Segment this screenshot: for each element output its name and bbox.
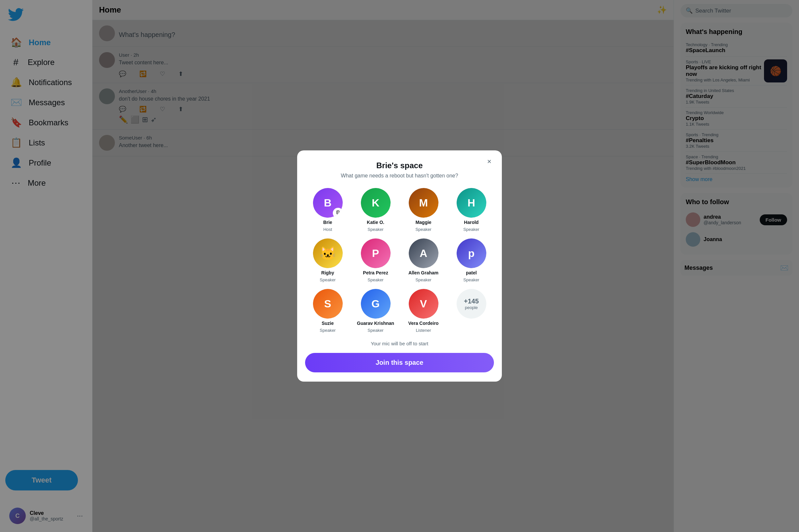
- modal-overlay[interactable]: × Brie's space What game needs a reboot …: [0, 0, 799, 532]
- avatar-inner: V: [409, 289, 438, 319]
- speaker-item-rigby[interactable]: 🐱 Rigby Speaker: [305, 239, 350, 282]
- speaker-item-allen[interactable]: A Allen Graham Speaker: [401, 239, 446, 282]
- speaker-item-suzie[interactable]: S Suzie Speaker: [305, 289, 350, 333]
- speaker-avatar-patel: p: [457, 239, 486, 268]
- avatar-inner: M: [409, 188, 438, 218]
- avatar-inner: G: [361, 289, 391, 319]
- speakers-grid: B Brie Host K Katie O. Speaker M Maggie …: [305, 188, 494, 333]
- speaker-name: Katie O.: [367, 220, 384, 225]
- avatar-inner: P: [361, 239, 391, 268]
- more-label: people: [465, 305, 478, 310]
- modal-subtitle: What game needs a reboot but hasn't gott…: [305, 173, 494, 179]
- speaker-item-brie[interactable]: B Brie Host: [305, 188, 350, 232]
- modal-title: Brie's space: [305, 161, 494, 170]
- speaker-item-more[interactable]: +145 people: [449, 289, 494, 333]
- speaker-role: Speaker: [367, 278, 383, 282]
- avatar-inner: B: [313, 188, 343, 218]
- avatar-inner: 🐱: [313, 239, 343, 268]
- avatar-inner: H: [457, 188, 486, 218]
- speaker-avatar-harold: H: [457, 188, 486, 218]
- speaker-name: patel: [466, 270, 477, 276]
- speaker-item-petra[interactable]: P Petra Perez Speaker: [353, 239, 398, 282]
- speaker-name: Petra Perez: [363, 270, 388, 276]
- speaker-name: Allen Graham: [408, 270, 438, 276]
- speaker-item-guarav[interactable]: G Guarav Krishnan Speaker: [353, 289, 398, 333]
- speaker-role: Speaker: [415, 278, 431, 282]
- speaker-role: Host: [323, 227, 332, 232]
- spaces-modal: × Brie's space What game needs a reboot …: [297, 150, 502, 382]
- speaker-role: Speaker: [463, 278, 479, 282]
- speaker-avatar-rigby: 🐱: [313, 239, 343, 268]
- speaker-name: Vera Cordeiro: [408, 321, 439, 326]
- speaker-role: Speaker: [320, 278, 335, 282]
- speaker-avatar-suzie: S: [313, 289, 343, 319]
- speaker-avatar-katie: K: [361, 188, 391, 218]
- speaker-item-maggie[interactable]: M Maggie Speaker: [401, 188, 446, 232]
- speaker-name: Guarav Krishnan: [357, 321, 394, 326]
- close-button[interactable]: ×: [483, 156, 495, 168]
- speaker-name: Suzie: [322, 321, 334, 326]
- speaker-name: Rigby: [321, 270, 334, 276]
- speaker-item-harold[interactable]: H Harold Speaker: [449, 188, 494, 232]
- speaker-avatar-brie: B: [313, 188, 343, 218]
- close-icon: ×: [487, 157, 492, 166]
- speaker-role: Speaker: [415, 227, 431, 232]
- speaker-role: Listener: [416, 328, 431, 333]
- speaker-avatar-allen: A: [409, 239, 438, 268]
- speaker-item-vera[interactable]: V Vera Cordeiro Listener: [401, 289, 446, 333]
- speaker-role: Speaker: [320, 328, 335, 333]
- more-people-bubble: +145 people: [457, 289, 486, 319]
- mic-note: Your mic will be off to start: [305, 341, 494, 346]
- speaker-role: Speaker: [463, 227, 479, 232]
- avatar-inner: p: [457, 239, 486, 268]
- speaker-avatar-guarav: G: [361, 289, 391, 319]
- avatar-inner: S: [313, 289, 343, 319]
- speaker-role: Speaker: [367, 227, 383, 232]
- join-space-button[interactable]: Join this space: [305, 353, 494, 373]
- speaker-avatar-maggie: M: [409, 188, 438, 218]
- speaker-avatar-petra: P: [361, 239, 391, 268]
- avatar-inner: A: [409, 239, 438, 268]
- speaker-name: Brie: [323, 220, 332, 225]
- speaker-avatar-vera: V: [409, 289, 438, 319]
- speaker-item-katie[interactable]: K Katie O. Speaker: [353, 188, 398, 232]
- speaker-item-patel[interactable]: p patel Speaker: [449, 239, 494, 282]
- more-count: +145: [464, 298, 479, 305]
- avatar-inner: K: [361, 188, 391, 218]
- speaker-name: Harold: [464, 220, 478, 225]
- speaker-name: Maggie: [415, 220, 431, 225]
- speaker-role: Speaker: [367, 328, 383, 333]
